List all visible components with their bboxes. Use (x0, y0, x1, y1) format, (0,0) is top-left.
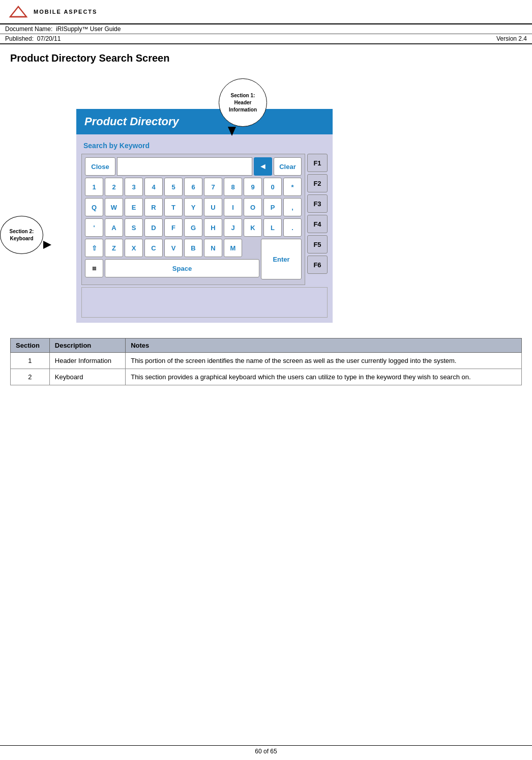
key-j[interactable]: J (224, 218, 242, 237)
screen-title: Product Directory (76, 109, 333, 134)
doc-info: Document Name: iRISupply™ User Guide Pub… (0, 24, 532, 44)
key-barcode[interactable]: ▦ (85, 259, 103, 277)
kb-number-row: 1 2 3 4 5 6 7 8 9 0 * (85, 178, 302, 196)
content-area: Section 1:HeaderInformation Section 2:Ke… (0, 68, 532, 385)
key-space[interactable]: Space (105, 259, 259, 277)
row1-section: 1 (11, 353, 50, 369)
kb-zxcv-row: ⇧ Z X C V B N M (85, 239, 259, 257)
kb-left-block: ⇧ Z X C V B N M ▦ (85, 239, 259, 279)
keyboard-area: Close ◄ Clear 1 2 3 4 5 6 7 8 (81, 154, 305, 285)
key-apos[interactable]: ' (85, 218, 103, 237)
key-9[interactable]: 9 (244, 178, 262, 196)
key-t[interactable]: T (164, 198, 183, 216)
key-3[interactable]: 3 (125, 178, 143, 196)
key-7[interactable]: 7 (204, 178, 222, 196)
kb-asdf-row: ' A S D F G H J K L . (85, 218, 302, 237)
key-s[interactable]: S (125, 218, 143, 237)
key-period[interactable]: . (283, 218, 302, 237)
search-input[interactable] (117, 157, 252, 176)
key-shift[interactable]: ⇧ (85, 239, 103, 257)
row1-notes: This portion of the screen identifies th… (126, 353, 522, 369)
key-f4[interactable]: F4 (307, 215, 328, 233)
col-section: Section (11, 339, 50, 353)
close-key[interactable]: Close (85, 157, 115, 176)
key-f3[interactable]: F3 (307, 194, 328, 213)
key-w[interactable]: W (105, 198, 123, 216)
key-m[interactable]: M (224, 239, 242, 257)
key-f6[interactable]: F6 (307, 256, 328, 274)
table-row: 1 Header Information This portion of the… (11, 353, 522, 369)
screen-mockup: Product Directory Search by Keyword Clos… (76, 109, 333, 323)
col-notes: Notes (126, 339, 522, 353)
kb-qwerty-row: Q W E R T Y U I O P , (85, 198, 302, 216)
logo-icon (8, 4, 28, 19)
row1-description: Header Information (49, 353, 125, 369)
sections-table-container: Section Description Notes 1 Header Infor… (10, 338, 522, 385)
key-8[interactable]: 8 (224, 178, 242, 196)
section2-label: Section 2:Keyboard (10, 228, 34, 242)
key-1[interactable]: 1 (85, 178, 103, 196)
section2-annotation: Section 2:Keyboard (0, 216, 43, 254)
key-f5[interactable]: F5 (307, 235, 328, 254)
fkeys-column: F1 F2 F3 F4 F5 F6 (307, 154, 328, 285)
key-i[interactable]: I (224, 198, 242, 216)
key-c[interactable]: C (144, 239, 163, 257)
doc-name: Document Name: iRISupply™ User Guide (5, 25, 121, 33)
key-k[interactable]: K (244, 218, 262, 237)
key-y[interactable]: Y (184, 198, 202, 216)
results-area (81, 287, 328, 318)
key-v[interactable]: V (164, 239, 183, 257)
clear-key[interactable]: Clear (274, 157, 302, 176)
section1-annotation: Section 1:HeaderInformation (219, 78, 267, 127)
key-2[interactable]: 2 (105, 178, 123, 196)
key-6[interactable]: 6 (184, 178, 202, 196)
logo-text: MOBILE ASPECTS (34, 9, 97, 15)
key-a[interactable]: A (105, 218, 123, 237)
published-date: Published: 07/20/11 (5, 35, 61, 42)
kb-space-row: ▦ Space (85, 259, 259, 277)
row2-section: 2 (11, 369, 50, 385)
logo-area: MOBILE ASPECTS (0, 0, 532, 24)
key-x[interactable]: X (125, 239, 143, 257)
key-g[interactable]: G (184, 218, 202, 237)
row2-notes: This section provides a graphical keyboa… (126, 369, 522, 385)
col-description: Description (49, 339, 125, 353)
key-e[interactable]: E (125, 198, 143, 216)
key-0[interactable]: 0 (263, 178, 282, 196)
key-r[interactable]: R (144, 198, 163, 216)
key-f2[interactable]: F2 (307, 174, 328, 192)
row2-description: Keyboard (49, 369, 125, 385)
kb-top-row: Close ◄ Clear (85, 157, 302, 176)
key-5[interactable]: 5 (164, 178, 183, 196)
table-row: 2 Keyboard This section provides a graph… (11, 369, 522, 385)
key-enter[interactable]: Enter (261, 239, 302, 279)
sections-table: Section Description Notes 1 Header Infor… (10, 338, 522, 385)
key-n[interactable]: N (204, 239, 222, 257)
key-h[interactable]: H (204, 218, 222, 237)
key-o[interactable]: O (244, 198, 262, 216)
key-d[interactable]: D (144, 218, 163, 237)
key-z[interactable]: Z (105, 239, 123, 257)
search-label: Search by Keyword (81, 139, 328, 154)
version: Version 2.4 (496, 35, 527, 42)
key-l[interactable]: L (263, 218, 282, 237)
page-footer: 60 of 65 (0, 745, 532, 755)
kb-zxcv-enter: ⇧ Z X C V B N M ▦ (85, 239, 302, 279)
key-4[interactable]: 4 (144, 178, 163, 196)
page-title: Product Directory Search Screen (0, 44, 532, 68)
page-number: 60 of 65 (255, 748, 277, 755)
section1-label: Section 1:HeaderInformation (229, 92, 257, 114)
key-star[interactable]: * (283, 178, 302, 196)
key-b[interactable]: B (184, 239, 202, 257)
key-u[interactable]: U (204, 198, 222, 216)
key-comma[interactable]: , (283, 198, 302, 216)
svg-marker-0 (10, 7, 26, 17)
key-q[interactable]: Q (85, 198, 103, 216)
key-p[interactable]: P (263, 198, 282, 216)
screen-body: Search by Keyword Close ◄ Clear 1 2 (76, 134, 333, 323)
backspace-key[interactable]: ◄ (254, 157, 272, 176)
key-f[interactable]: F (164, 218, 183, 237)
key-f1[interactable]: F1 (307, 154, 328, 172)
